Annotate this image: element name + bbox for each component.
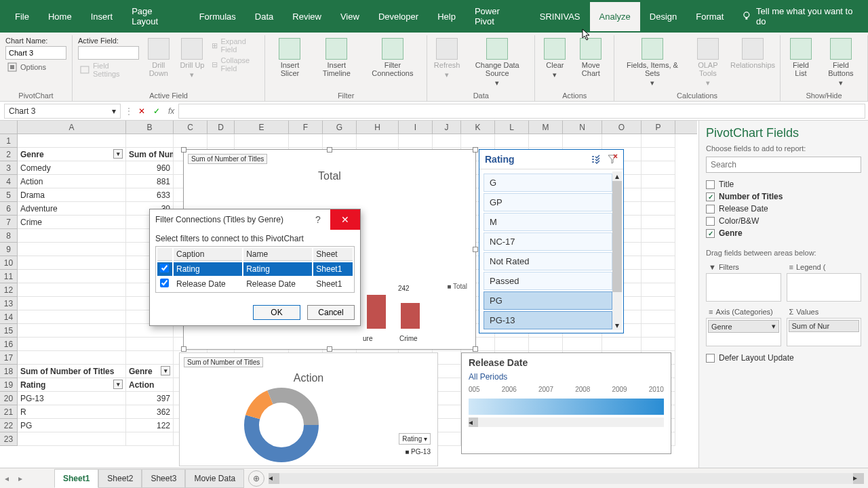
values-drop-area[interactable]: Sum of Nur	[787, 318, 862, 346]
cell[interactable]	[357, 134, 399, 148]
cell[interactable]	[642, 243, 675, 256]
col-header[interactable]: G	[323, 121, 357, 134]
cancel-button[interactable]: Cancel	[307, 305, 355, 320]
cell[interactable]	[642, 175, 675, 188]
row-header[interactable]: 12	[0, 283, 18, 297]
col-header[interactable]: N	[563, 121, 602, 134]
cell[interactable]: Sum of Number of Titles	[126, 148, 174, 161]
col-header[interactable]: M	[529, 121, 563, 134]
row-header[interactable]: 22	[0, 419, 18, 432]
move-chart-button[interactable]: Move Chart	[573, 37, 608, 79]
change-data-source-button[interactable]: Change Data Source ▾	[465, 37, 529, 89]
donut-chart-object[interactable]: Sum of Number of Titles Action Rating ▾ …	[179, 352, 438, 466]
row-header[interactable]: 8	[0, 229, 18, 243]
cell[interactable]: R	[18, 405, 126, 419]
chart1-field-button[interactable]: Sum of Number of Titles	[188, 154, 267, 164]
tab-developer[interactable]: Developer	[369, 2, 428, 31]
col-header[interactable]: L	[495, 121, 529, 134]
clear-filter-icon[interactable]	[607, 154, 618, 165]
rating-slicer[interactable]: Rating GGPMNC-17Not RatedPassedPGPG-13 ▴…	[479, 149, 624, 333]
cell[interactable]	[126, 338, 174, 351]
axis-drop-area[interactable]: Genre▾	[706, 318, 781, 346]
fx-icon[interactable]: fx	[164, 106, 178, 116]
row-header[interactable]: 4	[0, 175, 18, 188]
horizontal-scrollbar[interactable]: ◂▸	[269, 473, 864, 484]
cell[interactable]: Drama	[18, 188, 126, 202]
filters-drop-area[interactable]	[706, 273, 781, 302]
tab-review[interactable]: Review	[283, 2, 331, 31]
cell[interactable]	[18, 351, 126, 365]
timeline-track[interactable]	[469, 399, 664, 415]
formula-input[interactable]	[178, 104, 865, 119]
cell[interactable]	[18, 338, 126, 351]
row-header[interactable]: 15	[0, 324, 18, 338]
filter-connections-button[interactable]: Filter Connections	[364, 37, 421, 79]
row-header[interactable]: 10	[0, 256, 18, 270]
tab-page-layout[interactable]: Page Layout	[122, 0, 189, 36]
row-header[interactable]: 1	[0, 134, 18, 148]
defer-layout-update[interactable]: Defer Layout Update	[706, 346, 861, 363]
tab-power-pivot[interactable]: Power Pivot	[465, 0, 530, 36]
row-header[interactable]: 17	[0, 351, 18, 365]
cell[interactable]	[495, 134, 529, 148]
cell[interactable]: Sum of Number of Titles	[18, 365, 126, 378]
slicer-item[interactable]: PG-13	[484, 311, 612, 329]
filter-row-checkbox[interactable]	[160, 264, 169, 272]
field-checkbox[interactable]	[706, 205, 715, 214]
field-search-input[interactable]	[706, 157, 861, 173]
slicer-item[interactable]: NC-17	[484, 232, 612, 251]
row-header[interactable]: 6	[0, 202, 18, 216]
cell[interactable]: 633	[126, 188, 174, 202]
pivot-filter-icon[interactable]: ▾	[161, 366, 170, 375]
cell[interactable]	[602, 134, 642, 148]
tab-file[interactable]: File	[5, 2, 39, 31]
row-header[interactable]: 20	[0, 392, 18, 405]
row-header[interactable]: 19	[0, 378, 18, 392]
cell[interactable]: Rating▾	[18, 378, 126, 392]
cell[interactable]: Crime	[18, 216, 126, 229]
active-field-input[interactable]	[78, 46, 139, 60]
col-header[interactable]: C	[174, 121, 208, 134]
tab-data[interactable]: Data	[245, 2, 283, 31]
row-header[interactable]: 21	[0, 405, 18, 419]
cell[interactable]	[18, 324, 126, 338]
dialog-filter-table[interactable]: CaptionNameSheet RatingRatingSheet1 Rele…	[155, 246, 355, 293]
row-header[interactable]: 7	[0, 216, 18, 229]
legend-drop-area[interactable]	[787, 273, 862, 302]
cell[interactable]	[208, 134, 235, 148]
cell[interactable]	[642, 324, 675, 338]
cell[interactable]: Comedy	[18, 161, 126, 175]
cell[interactable]	[18, 270, 126, 283]
timeline-scrollbar[interactable]: ◂	[469, 418, 664, 427]
cell[interactable]	[642, 229, 675, 243]
col-header[interactable]: H	[357, 121, 399, 134]
cell[interactable]	[642, 297, 675, 310]
col-header[interactable]: B	[126, 121, 174, 134]
options-button[interactable]: Options	[5, 61, 66, 73]
cancel-formula-button[interactable]: ✕	[134, 106, 149, 116]
field-checkbox[interactable]	[706, 229, 715, 238]
slicer-item[interactable]: PG	[484, 291, 612, 310]
cell[interactable]	[18, 310, 126, 324]
multi-select-icon[interactable]	[591, 154, 601, 165]
enter-formula-button[interactable]: ✓	[149, 106, 164, 116]
slicer-item[interactable]: Not Rated	[484, 252, 612, 270]
select-all-corner[interactable]	[0, 121, 18, 134]
row-header[interactable]: 3	[0, 161, 18, 175]
name-box[interactable]: Chart 3▾	[4, 104, 121, 119]
dialog-help-button[interactable]: ?	[306, 214, 330, 225]
cell[interactable]	[399, 134, 433, 148]
row-header[interactable]: 23	[0, 432, 18, 446]
cell[interactable]: Action	[18, 175, 126, 188]
row-header[interactable]: 18	[0, 365, 18, 378]
table-row[interactable]: Release DateRelease DateSheet1	[157, 277, 353, 291]
cell[interactable]	[235, 134, 289, 148]
row-header[interactable]: 2	[0, 148, 18, 161]
cell[interactable]	[642, 310, 675, 324]
chart2-legend-button[interactable]: Rating ▾	[399, 433, 431, 445]
add-sheet-button[interactable]: ⊕	[248, 470, 264, 487]
cell[interactable]: Genre▾	[18, 148, 126, 161]
col-header[interactable]: I	[399, 121, 433, 134]
slicer-item[interactable]: GP	[484, 193, 612, 211]
insert-timeline-button[interactable]: Insert Timeline	[313, 37, 360, 79]
